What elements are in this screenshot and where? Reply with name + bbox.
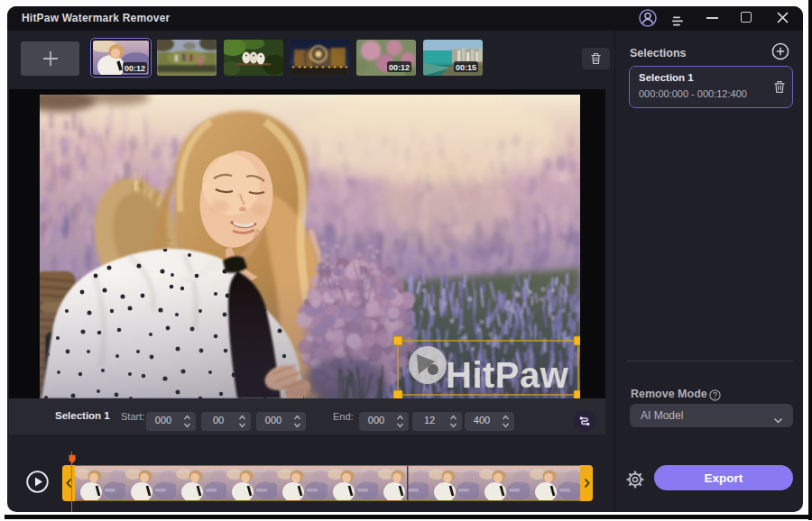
- svg-text:00:15: 00:15: [456, 63, 476, 72]
- svg-text:00:12: 00:12: [389, 63, 410, 72]
- svg-text:HitPaw: HitPaw: [446, 355, 569, 395]
- svg-text:00:12: 00:12: [125, 64, 145, 73]
